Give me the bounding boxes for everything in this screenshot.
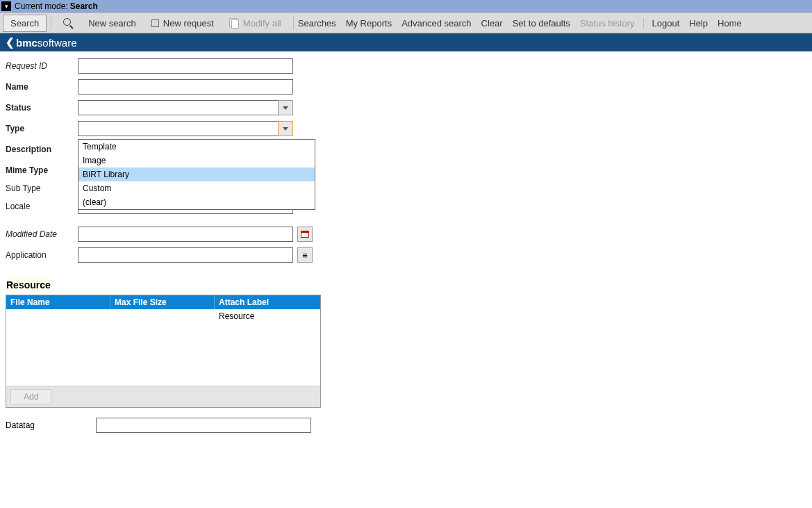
type-option-template[interactable]: Template xyxy=(78,140,315,154)
status-dropdown-display[interactable] xyxy=(78,100,278,115)
row-modified-date: Modified Date xyxy=(6,227,806,242)
row-status: Status xyxy=(6,100,806,115)
label-name: Name xyxy=(6,82,78,92)
search-button[interactable]: Search xyxy=(3,15,47,32)
table-row[interactable]: Resource xyxy=(6,309,320,323)
searches-link[interactable]: Searches xyxy=(298,18,336,28)
new-request-button[interactable]: New request xyxy=(144,15,222,32)
row-type: Type xyxy=(6,121,806,136)
type-dropdown[interactable] xyxy=(78,121,293,136)
cell-attach-label: Resource xyxy=(215,309,320,323)
input-modified-date[interactable] xyxy=(78,227,293,242)
status-dropdown[interactable] xyxy=(78,100,293,115)
type-dropdown-display[interactable] xyxy=(78,121,278,136)
form-area: Request ID Name Status Type Template Ima… xyxy=(0,51,812,447)
cell-max-size xyxy=(110,309,215,323)
resource-table: File Name Max File Size Attach Label Res… xyxy=(6,295,321,408)
type-option-clear[interactable]: (clear) xyxy=(78,195,315,209)
col-max-file-size[interactable]: Max File Size xyxy=(110,295,215,309)
resource-section-title: Resource xyxy=(6,278,51,292)
row-datatag: Datatag xyxy=(6,418,806,433)
row-name: Name xyxy=(6,79,806,95)
input-request-id[interactable] xyxy=(78,58,293,74)
magnifier-button[interactable] xyxy=(56,15,81,31)
logo-bar: ❮ bmcsoftware xyxy=(0,33,812,51)
my-reports-link[interactable]: My Reports xyxy=(346,18,392,28)
type-dropdown-button[interactable] xyxy=(278,121,293,136)
mode-label-prefix: Current mode: xyxy=(15,1,68,11)
input-datatag[interactable] xyxy=(96,418,311,433)
status-dropdown-button[interactable] xyxy=(278,100,293,115)
label-locale: Locale xyxy=(6,202,78,211)
label-mime-type: Mime Type xyxy=(6,165,78,175)
logo-chevron-icon: ❮ xyxy=(6,36,15,49)
type-option-birt-library[interactable]: BIRT Library xyxy=(78,167,315,181)
square-icon xyxy=(151,19,159,27)
row-application: Application ≡ xyxy=(6,247,806,263)
logo-bmc: bmc xyxy=(16,37,38,49)
help-link[interactable]: Help xyxy=(689,18,708,28)
resource-table-header: File Name Max File Size Attach Label xyxy=(6,295,320,309)
row-request-id: Request ID xyxy=(6,58,806,74)
col-attach-label[interactable]: Attach Label xyxy=(215,295,320,309)
label-status: Status xyxy=(6,103,78,113)
chevron-down-icon xyxy=(283,106,288,110)
toolbar-right-group: Logout Help Home xyxy=(643,18,742,28)
modify-all-button: Modify all xyxy=(222,15,289,32)
label-sub-type: Sub Type xyxy=(6,183,78,193)
toolbar-separator xyxy=(51,16,51,30)
input-name[interactable] xyxy=(78,79,293,95)
clear-link[interactable]: Clear xyxy=(481,18,503,28)
label-type: Type xyxy=(6,124,78,133)
resource-table-footer: Add xyxy=(6,386,320,407)
cell-file-name xyxy=(6,309,110,323)
input-application[interactable] xyxy=(78,247,293,263)
new-request-label: New request xyxy=(163,18,214,28)
label-datatag: Datatag xyxy=(6,420,96,430)
toolbar-separator xyxy=(293,16,294,30)
type-dropdown-list: Template Image BIRT Library Custom (clea… xyxy=(78,139,315,210)
copy-icon xyxy=(229,18,239,28)
status-history-link: Status history xyxy=(580,18,635,28)
mode-bar: ▾ Current mode: Search xyxy=(0,0,812,13)
resource-table-body: Resource xyxy=(6,309,320,386)
modified-date-calendar-button[interactable] xyxy=(297,227,313,242)
label-modified-date: Modified Date xyxy=(6,229,78,239)
toolbar: Search New search New request Modify all… xyxy=(0,13,812,33)
calendar-icon xyxy=(301,231,309,238)
label-application: Application xyxy=(6,250,78,260)
toolbar-link-group: Searches My Reports Advanced search Clea… xyxy=(298,18,635,28)
new-search-button[interactable]: New search xyxy=(81,15,144,32)
set-defaults-link[interactable]: Set to defaults xyxy=(513,18,570,28)
col-file-name[interactable]: File Name xyxy=(6,295,110,309)
logo-software: software xyxy=(38,37,77,49)
application-menu-button[interactable]: ≡ xyxy=(297,247,313,263)
modify-all-label: Modify all xyxy=(243,18,281,28)
add-button: Add xyxy=(10,389,51,404)
advanced-search-link[interactable]: Advanced search xyxy=(401,18,471,28)
mode-dropdown-icon[interactable]: ▾ xyxy=(1,1,11,11)
label-description: Description xyxy=(6,145,78,154)
search-button-label: Search xyxy=(10,18,39,28)
new-search-label: New search xyxy=(88,18,136,28)
type-option-image[interactable]: Image xyxy=(78,154,315,167)
logout-link[interactable]: Logout xyxy=(652,18,680,28)
mode-label-value: Search xyxy=(70,1,98,11)
home-link[interactable]: Home xyxy=(718,18,742,28)
type-option-custom[interactable]: Custom xyxy=(78,181,315,195)
chevron-down-icon xyxy=(283,127,288,131)
label-request-id: Request ID xyxy=(6,61,78,71)
magnifier-icon xyxy=(63,18,73,28)
